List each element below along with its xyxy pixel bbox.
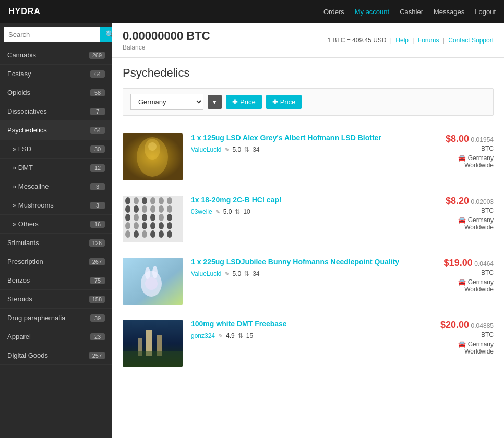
product-row-3[interactable]: 100mg white DMT Freebase gonz324 ✎ 4.9 ⇅… bbox=[123, 312, 494, 374]
ship-flag-0: 🚘 bbox=[458, 154, 466, 162]
product-title-0[interactable]: 1 x 125ug LSD Alex Grey's Albert Hofmann… bbox=[191, 133, 417, 142]
nav-myaccount[interactable]: My account bbox=[355, 8, 389, 16]
svg-point-39 bbox=[145, 277, 158, 290]
tx-count-1: 10 bbox=[243, 208, 250, 215]
help-link[interactable]: Help bbox=[395, 36, 409, 44]
sidebar-item-8[interactable]: » Mushrooms 3 bbox=[0, 196, 112, 215]
price-currency-1: BTC bbox=[481, 207, 494, 214]
sidebar-item-10[interactable]: Stimulants 126 bbox=[0, 234, 112, 252]
price-asc-button[interactable]: ✚ Price bbox=[226, 95, 262, 109]
forums-link[interactable]: Forums bbox=[418, 36, 439, 44]
contact-support-link[interactable]: Contact Support bbox=[448, 36, 494, 44]
page-title: Psychedelics bbox=[123, 66, 494, 80]
ship-flag-3: 🚘 bbox=[458, 340, 466, 348]
sidebar-item-9[interactable]: » Others 16 bbox=[0, 215, 112, 234]
sidebar-item-7[interactable]: » Mescaline 3 bbox=[0, 177, 112, 196]
filter-button[interactable]: ▾ bbox=[208, 95, 222, 109]
sidebar-item-6[interactable]: » DMT 12 bbox=[0, 159, 112, 177]
rating-val-2: 5.0 bbox=[233, 270, 242, 277]
sidebar-item-14[interactable]: Drug paraphernalia 39 bbox=[0, 309, 112, 327]
product-title-3[interactable]: 100mg white DMT Freebase bbox=[191, 320, 417, 328]
svg-point-19 bbox=[142, 214, 147, 221]
price-btc-1: 0.02003 bbox=[471, 198, 494, 205]
rating-icon-2: ✎ bbox=[225, 271, 230, 277]
nav-messages[interactable]: Messages bbox=[434, 8, 464, 16]
ship-info-2: 🚘 Germany Worldwide bbox=[426, 278, 494, 293]
product-row-1[interactable]: 1x 18-20mg 2C-B HCl cap! 03welle ✎ 5.0 ⇅… bbox=[123, 188, 494, 250]
sidebar-badge-16: 257 bbox=[89, 352, 105, 359]
sidebar-item-label-4: Psychedelics bbox=[7, 126, 47, 134]
sidebar-item-label-1: Ecstasy bbox=[7, 70, 31, 78]
product-thumb-1 bbox=[123, 196, 183, 242]
sidebar-item-label-9: » Others bbox=[13, 220, 39, 228]
sidebar-item-label-16: Digital Goods bbox=[7, 351, 48, 359]
ship-info-3: 🚘 Germany Worldwide bbox=[426, 340, 494, 355]
product-list: 1 x 125ug LSD Alex Grey's Albert Hofmann… bbox=[123, 126, 494, 374]
plus-icon-2: ✚ bbox=[272, 98, 278, 106]
tx-icon-1: ⇅ bbox=[235, 208, 240, 215]
product-meta-0: ValueLucid ✎ 5.0 ⇅ 34 bbox=[191, 146, 417, 153]
product-thumb-3 bbox=[123, 320, 183, 367]
sidebar-badge-5: 30 bbox=[90, 145, 105, 153]
svg-point-3 bbox=[148, 142, 157, 151]
svg-point-31 bbox=[142, 230, 147, 238]
tx-icon-0: ⇅ bbox=[244, 146, 249, 153]
price-btc-3: 0.04885 bbox=[471, 322, 494, 330]
price-btc-2: 0.0464 bbox=[474, 260, 494, 267]
tx-count-0: 34 bbox=[253, 146, 259, 153]
sidebar-badge-9: 16 bbox=[90, 221, 105, 228]
price-desc-button[interactable]: ✚ Price bbox=[266, 95, 302, 109]
tx-icon-3: ⇅ bbox=[238, 332, 243, 339]
sidebar-item-15[interactable]: Apparel 23 bbox=[0, 327, 112, 346]
price-usd-0: $8.00 bbox=[446, 133, 469, 144]
sidebar-item-label-12: Benzos bbox=[7, 276, 30, 284]
price-asc-label: Price bbox=[240, 98, 256, 106]
search-input[interactable] bbox=[4, 27, 100, 42]
sidebar-item-label-14: Drug paraphernalia bbox=[7, 314, 65, 322]
product-title-1[interactable]: 1x 18-20mg 2C-B HCl cap! bbox=[191, 196, 417, 204]
sidebar-item-2[interactable]: Opioids 58 bbox=[0, 83, 112, 102]
svg-point-12 bbox=[134, 205, 139, 213]
ship-info-0: 🚘 Germany Worldwide bbox=[426, 154, 494, 169]
sidebar-item-4[interactable]: Psychedelics 64 bbox=[0, 121, 112, 140]
product-row-2[interactable]: 1 x 225ug LSDJubilee Bunny Hofmanns Need… bbox=[123, 250, 494, 312]
btc-balance: 0.00000000 BTC bbox=[123, 29, 210, 43]
sidebar-item-11[interactable]: Prescription 267 bbox=[0, 252, 112, 271]
sidebar-item-5[interactable]: » LSD 30 bbox=[0, 140, 112, 159]
nav-cashier[interactable]: Cashier bbox=[400, 8, 423, 16]
tx-icon-2: ⇅ bbox=[244, 270, 249, 277]
nav-logout[interactable]: Logout bbox=[475, 8, 496, 16]
sidebar-item-label-6: » DMT bbox=[13, 164, 33, 172]
sidebar-item-label-0: Cannabis bbox=[7, 51, 36, 59]
sidebar-item-16[interactable]: Digital Goods 257 bbox=[0, 346, 112, 365]
search-button[interactable]: 🔍 bbox=[100, 27, 112, 42]
page-content: Psychedelics Germany Worldwide USA Nethe… bbox=[112, 58, 504, 383]
price-currency-0: BTC bbox=[481, 145, 494, 152]
sidebar-item-0[interactable]: Cannabis 269 bbox=[0, 46, 112, 65]
plus-icon: ✚ bbox=[232, 98, 238, 106]
product-title-2[interactable]: 1 x 225ug LSDJubilee Bunny Hofmanns Need… bbox=[191, 258, 417, 266]
exchange-rate: 1 BTC = 409.45 USD bbox=[327, 36, 386, 44]
product-price-1: $8.20 0.02003 BTC 🚘 Germany Worldwide bbox=[426, 196, 494, 231]
nav-orders[interactable]: Orders bbox=[323, 8, 344, 16]
svg-point-33 bbox=[159, 230, 164, 238]
sidebar-badge-14: 39 bbox=[90, 314, 105, 322]
product-row-0[interactable]: 1 x 125ug LSD Alex Grey's Albert Hofmann… bbox=[123, 126, 494, 188]
sidebar-item-1[interactable]: Ecstasy 64 bbox=[0, 65, 112, 83]
product-info-1: 1x 18-20mg 2C-B HCl cap! 03welle ✎ 5.0 ⇅… bbox=[191, 196, 417, 215]
svg-point-18 bbox=[134, 214, 139, 221]
seller-name-3: gonz324 bbox=[191, 332, 215, 339]
svg-point-32 bbox=[150, 230, 155, 238]
main-layout: 🔍 Cannabis 269 Ecstasy 64 Opioids 58 Dis… bbox=[0, 23, 504, 438]
product-thumb-0 bbox=[123, 133, 183, 180]
sidebar-item-12[interactable]: Benzos 75 bbox=[0, 271, 112, 290]
rating-val-1: 5.0 bbox=[223, 208, 232, 215]
svg-point-22 bbox=[167, 214, 172, 221]
rating-icon-0: ✎ bbox=[225, 147, 230, 153]
sidebar-item-3[interactable]: Dissociatives 7 bbox=[0, 102, 112, 121]
svg-point-8 bbox=[150, 197, 155, 204]
product-info-2: 1 x 225ug LSDJubilee Bunny Hofmanns Need… bbox=[191, 258, 417, 277]
top-navigation: HYDRA Orders My account Cashier Messages… bbox=[0, 0, 504, 23]
sidebar-item-13[interactable]: Steroids 158 bbox=[0, 290, 112, 309]
country-filter[interactable]: Germany Worldwide USA Netherlands bbox=[130, 94, 203, 110]
